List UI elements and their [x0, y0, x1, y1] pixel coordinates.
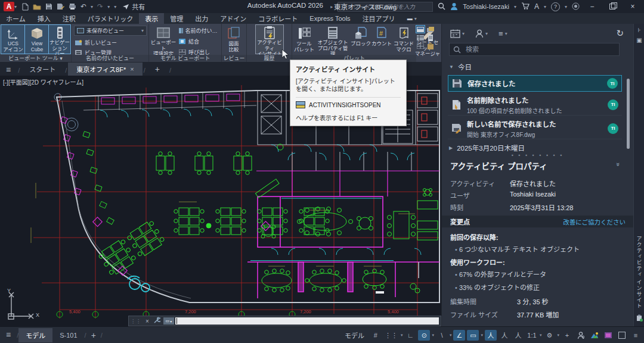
layout-tab[interactable]: S-101	[52, 329, 84, 341]
account-caret-icon[interactable]: ▾	[514, 4, 516, 10]
collapse-properties-icon[interactable]: »	[615, 163, 622, 166]
viewport-config-button[interactable]: ビューポート 環境設定 ▾	[150, 25, 177, 54]
group-older-date[interactable]: ▶2025年3月20日木曜日	[449, 143, 525, 152]
refresh-icon[interactable]: ↻	[616, 28, 624, 39]
annotation-visibility-icon[interactable]: 人	[485, 330, 497, 341]
command-line[interactable]: ⋮⋮ × ▭▾	[128, 316, 441, 326]
account-icon[interactable]	[450, 2, 458, 11]
tab-parametric[interactable]: パラメトリック	[82, 13, 140, 24]
palette-autohide-icon[interactable]: ⊦	[637, 27, 640, 33]
close-button[interactable]: ×	[625, 1, 640, 12]
help-icon[interactable]: ?	[551, 2, 560, 11]
tab-featured-apps[interactable]: 注目アプリ	[357, 13, 401, 24]
blocks-palette-button[interactable]: ブロック	[351, 25, 371, 54]
activity-search-box[interactable]	[449, 43, 620, 56]
app-menu-button[interactable]: A	[4, 2, 14, 11]
workspace-caret-icon[interactable]: ▾	[557, 333, 559, 338]
undo-caret-icon[interactable]: ▾	[91, 4, 93, 10]
open-folder-icon[interactable]	[33, 3, 41, 10]
tab-document-active[interactable]: 東京オフィス8F* ×	[68, 63, 142, 76]
tab-output[interactable]: 出力	[189, 13, 214, 24]
isometric-drafting-icon[interactable]: \	[436, 330, 448, 341]
tab-express-tools[interactable]: Express Tools	[304, 13, 356, 24]
tab-insert[interactable]: 挿入	[32, 13, 57, 24]
tab-collaborate[interactable]: コラボレート	[252, 13, 304, 24]
share-button[interactable]: 共有	[122, 2, 145, 11]
tab-close-icon[interactable]: ×	[130, 66, 134, 73]
activity-search-input[interactable]	[465, 45, 615, 54]
tab-annotate[interactable]: 注釈	[57, 13, 82, 24]
plot-icon[interactable]	[69, 3, 76, 10]
date-filter-button[interactable]: ▾	[450, 29, 465, 38]
osnap-tracking-icon[interactable]: ∠	[453, 330, 465, 341]
graphics-performance-icon[interactable]	[589, 330, 600, 341]
panel-splitter[interactable]: • • • • • • • •	[442, 152, 633, 158]
view-dropdown[interactable]: 未保存のビュー▾	[74, 26, 147, 36]
fullscreen-icon[interactable]	[616, 330, 628, 341]
model-tab[interactable]: モデル	[18, 328, 52, 342]
join-viewports-button[interactable]: 結合	[179, 38, 199, 45]
feedback-link[interactable]: 改善にご協力ください	[563, 217, 626, 226]
scale-caret-icon[interactable]: ▾	[540, 333, 542, 338]
object-snap-icon[interactable]: ▭	[467, 330, 479, 341]
drawing-compare-button[interactable]: 図面 比較	[222, 25, 246, 54]
app-menu-caret-icon[interactable]: ▾	[14, 4, 17, 10]
mini-palette-icon-6[interactable]	[426, 42, 435, 49]
command-macros-button[interactable]: コマンド マクロ	[392, 25, 415, 54]
restore-button[interactable]	[605, 1, 620, 12]
ribbon-collapse-icon[interactable]: ▬▾	[401, 13, 423, 24]
help-caret-icon[interactable]: ▾	[565, 4, 567, 10]
command-line-customize-icon[interactable]	[151, 316, 162, 326]
clean-screen-preview-icon[interactable]	[602, 330, 614, 341]
mini-palette-icon-5[interactable]	[416, 42, 425, 49]
tab-view[interactable]: 表示	[139, 13, 164, 24]
osnap-caret-icon[interactable]: ▾	[481, 333, 483, 338]
new-file-icon[interactable]	[21, 3, 29, 11]
layout-menu-icon[interactable]: ≡	[0, 330, 17, 341]
polar-tracking-icon[interactable]: ⊙	[418, 330, 430, 341]
named-viewports-button[interactable]: 名前の付いたビューポート	[179, 27, 221, 35]
grid-display-icon[interactable]: #	[370, 330, 382, 341]
workspace-switching-icon[interactable]: ⚙	[543, 330, 555, 341]
command-line-grip[interactable]: ⋮⋮	[129, 319, 143, 324]
save-as-icon[interactable]	[57, 3, 64, 10]
group-today[interactable]: ▼今日	[449, 62, 472, 71]
panel-label-viewport-tools[interactable]: ビューポート ツール ▾	[0, 55, 71, 62]
command-input-icon[interactable]: ▭▾	[163, 317, 174, 325]
activity-insights-button[interactable]: アクティビティ インサイト	[256, 25, 283, 54]
new-drawing-button[interactable]: +	[147, 63, 168, 76]
save-icon[interactable]	[45, 3, 52, 10]
file-tab-menu-icon[interactable]: ≡	[0, 65, 17, 76]
cart-icon[interactable]	[521, 2, 530, 11]
account-name[interactable]: Toshiaki-Isezaki	[463, 3, 509, 10]
annotation-monitor-icon[interactable]: +	[561, 330, 573, 341]
mini-palette-icon-3[interactable]	[416, 34, 425, 41]
autodesk-logo-icon[interactable]: A	[534, 2, 539, 11]
count-palette-button[interactable]: # カウント	[371, 25, 392, 54]
viewcube-button[interactable]: View Cube	[25, 25, 49, 54]
tab-start[interactable]: スタート	[21, 63, 64, 76]
mini-palette-icon-2[interactable]	[426, 26, 435, 33]
command-line-close-icon[interactable]: ×	[143, 318, 151, 325]
new-view-button[interactable]: 新しいビュー	[75, 39, 117, 46]
undo-icon[interactable]: ↶	[80, 2, 86, 11]
mini-palette-icon-4[interactable]	[426, 34, 435, 41]
activity-item-saved-as[interactable]: 新しい名前で保存されました 開始 東京オフィス8F.dwg TI	[448, 118, 622, 139]
tool-palettes-button[interactable]: ツール パレット	[293, 25, 315, 54]
tab-home[interactable]: ホーム	[0, 13, 32, 24]
isometric-caret-icon[interactable]: ▾	[450, 333, 452, 338]
snap-caret-icon[interactable]: ▾	[401, 333, 403, 338]
properties-palette-button[interactable]: オブジェクト プロパティ管理	[316, 25, 349, 54]
event-type-filter-button[interactable]: ≡ ▾	[499, 29, 507, 38]
tab-addins[interactable]: アドイン	[214, 13, 252, 24]
user-filter-button[interactable]: ▾	[475, 29, 488, 38]
autodesk-caret-icon[interactable]: ▾	[544, 4, 546, 10]
ortho-mode-icon[interactable]: ∟	[404, 330, 416, 341]
annotation-scale-value[interactable]: 1:1	[526, 330, 538, 341]
ucs-icon-button[interactable]: UCS アイコン	[1, 25, 25, 54]
mini-palette-icon-1[interactable]	[416, 26, 425, 33]
command-input[interactable]	[175, 317, 439, 325]
activity-item-purged[interactable]: 名前削除されました 100 個の項目が名前削除されました TI	[448, 94, 622, 116]
search-icon[interactable]	[438, 2, 445, 11]
viewport-controls-label[interactable]: [-][平面図][2D ワイヤフレーム]	[3, 77, 83, 86]
